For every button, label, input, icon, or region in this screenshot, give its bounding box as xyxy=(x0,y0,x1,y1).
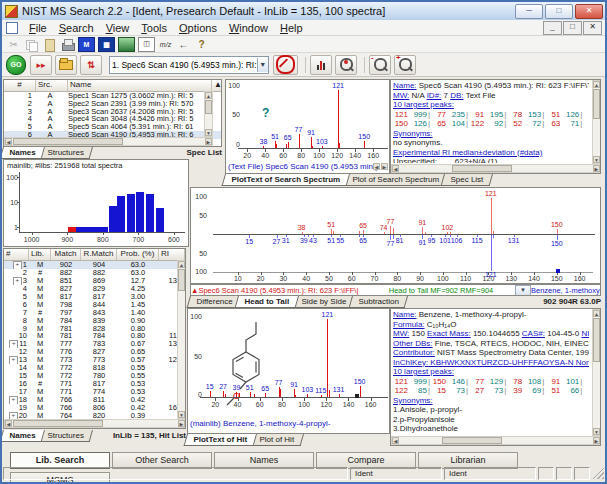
hit-list-vscrollbar[interactable]: ▲ ▼ xyxy=(177,260,186,419)
menu-view[interactable]: View xyxy=(100,21,136,35)
menu-options[interactable]: Options xyxy=(173,21,223,35)
spec-list-hscrollbar[interactable]: ◀ ▶ xyxy=(4,137,213,146)
spectrum-marker-button[interactable] xyxy=(335,55,357,75)
table-row[interactable]: 10M7817840.80117 xyxy=(4,332,185,340)
info-link[interactable]: Non-stereo xyxy=(573,358,589,367)
table-row[interactable]: +3M85186912.7132 xyxy=(4,277,185,285)
list-item[interactable]: 4ASpec4 Scan 3048 (4.5426 min.): RI: 5 xyxy=(4,115,221,123)
hit-list-hscrollbar[interactable]: ◀ ▶ xyxy=(4,419,186,428)
table-row[interactable]: +11M7777830.67137 xyxy=(4,340,185,348)
table-row[interactable]: 8M7848390.90- xyxy=(4,317,185,325)
copy-icon[interactable] xyxy=(24,38,39,51)
search-info-vscrollbar[interactable]: ▲ ▼ xyxy=(592,80,601,164)
combo-dropdown-icon[interactable]: ▼ xyxy=(257,58,268,72)
back-arrow-icon[interactable]: ← xyxy=(176,38,191,51)
info-link[interactable]: MW: xyxy=(393,329,409,338)
info-link[interactable]: Contributor: xyxy=(393,348,435,357)
hit-info-panel[interactable]: Name: Benzene, 1-methoxy-4-propyl-Formul… xyxy=(390,308,601,446)
spectrum-selector-combo[interactable]: 1. Spec6 Scan 4190 (5.4953 min.): RI: ▼ xyxy=(109,56,269,74)
open-folder-button[interactable] xyxy=(55,55,77,75)
spec-list-vscrollbar[interactable]: ▲ ▼ xyxy=(204,91,213,137)
compare-tab-subtraction[interactable]: Subtraction xyxy=(349,296,409,308)
peak-display-button[interactable] xyxy=(310,55,332,75)
table-row[interactable]: 16#7718170.53- xyxy=(4,380,185,388)
table-row[interactable]: 5M8178173.00- xyxy=(4,293,185,301)
maximize-button[interactable]: □ xyxy=(545,4,573,19)
minimize-button[interactable]: ─ xyxy=(515,4,543,19)
info-link[interactable]: Exact Mass: xyxy=(427,329,471,338)
table-row[interactable]: 4M8278294.25- xyxy=(4,285,185,293)
info-link[interactable]: Other DBs: xyxy=(393,339,433,348)
hit-view-tab-plottext-of-hit[interactable]: PlotText of Hit xyxy=(184,434,257,446)
info-link[interactable]: Synonyms: xyxy=(393,396,433,405)
menu-help[interactable]: Help xyxy=(274,21,309,35)
info-link[interactable]: ID#: xyxy=(427,91,442,100)
hit-info-hscrollbar[interactable]: ◀ ▶ xyxy=(391,436,601,445)
info-link[interactable]: MW: xyxy=(393,91,409,100)
zoom-in-button[interactable]: + xyxy=(394,55,416,75)
list-item[interactable]: 2ASpec2 Scan 2391 (3.99 min.): RI: 570 xyxy=(4,100,221,108)
paste-icon[interactable] xyxy=(42,38,57,51)
hit-list-header[interactable]: # Lib. Match R.Match Prob. (%) RI xyxy=(4,249,185,261)
spec-tab-names[interactable]: Names xyxy=(0,147,45,159)
list-item[interactable]: 1ASpec1 Scan 1275 (3.0602 min.): RI: 5 xyxy=(4,92,221,100)
compare-tab-head-to-tail[interactable]: Head to Tail xyxy=(235,296,299,308)
library-icon[interactable]: M xyxy=(78,37,95,52)
menu-window[interactable]: Window xyxy=(223,21,274,35)
caption-scroll-right[interactable]: ▶ xyxy=(381,163,388,170)
go-button[interactable]: GO xyxy=(6,55,26,75)
info-link[interactable]: Name: xyxy=(393,81,417,90)
close-button[interactable]: ✕ xyxy=(575,4,603,19)
table-row[interactable]: 17M7717740.53- xyxy=(4,388,185,396)
mdi-close-button[interactable]: ✕ xyxy=(583,21,602,35)
info-link[interactable]: 10 largest peaks: xyxy=(393,100,454,109)
info-link[interactable]: DB: xyxy=(450,91,463,100)
h2t-hit-dropdown-icon[interactable]: ▼ xyxy=(515,285,531,296)
expand-icon[interactable]: + xyxy=(13,261,22,269)
stop-search-button[interactable] xyxy=(273,55,298,75)
cut-icon[interactable]: ✂ xyxy=(6,38,21,51)
mdi-restore-button[interactable]: □ xyxy=(563,21,582,35)
list-item[interactable]: 3ASpec3 Scan 2637 (4.2008 min.): RI: 5 xyxy=(4,108,221,116)
search-view-tab-plottext-of-search-spectrum[interactable]: PlotText of Search Spectrum xyxy=(222,174,350,186)
head-to-tail-panel[interactable]: 1005050100102030405060708090100110120130… xyxy=(190,187,601,284)
window-layout-icon[interactable]: ◫ xyxy=(138,37,155,52)
mz-icon[interactable]: m/z xyxy=(158,38,173,51)
compare-tab-side-by-side[interactable]: Side by Side xyxy=(292,296,356,308)
hit-view-tab-plot-of-hit[interactable]: Plot of Hit xyxy=(249,434,303,446)
info-link[interactable]: Experimental RI median±deviation (#data) xyxy=(393,148,542,157)
table-row[interactable]: 15M7727800.55- xyxy=(4,372,185,380)
search-spectrum-panel[interactable]: ? (Text File) Spec6 Scan 4190 (5.4953 mi… xyxy=(225,79,390,174)
info-link[interactable]: KBHWKXNXTURZCD-UHFFFAOYSA-N xyxy=(428,358,573,367)
info-link[interactable]: 10 largest peaks: xyxy=(393,367,454,376)
table-row[interactable]: 6M7988441.45- xyxy=(4,301,185,309)
hitlist-tab-names[interactable]: Names xyxy=(0,430,45,442)
hit-info-vscrollbar[interactable]: ▲ ▼ xyxy=(592,309,601,436)
mdi-minimize-button[interactable]: _ xyxy=(543,21,562,35)
spec-list-header[interactable]: # Src. Name ▲ xyxy=(4,80,221,92)
menu-file[interactable]: File xyxy=(23,21,53,35)
expand-icon[interactable]: + xyxy=(9,340,18,348)
search-info-panel[interactable]: Name: Spec6 Scan 4190 (5.4953 min.): RI:… xyxy=(390,79,601,174)
table-row[interactable]: +1M90290463.0- xyxy=(4,261,185,269)
menu-search[interactable]: Search xyxy=(53,21,100,35)
swap-spectra-button[interactable]: ⇅ xyxy=(80,55,102,75)
structure-icon[interactable] xyxy=(118,37,135,52)
menu-tools[interactable]: Tools xyxy=(135,21,173,35)
table-row[interactable]: 7#7978431.40- xyxy=(4,309,185,317)
table-row[interactable]: +18M7668110.42- xyxy=(4,396,185,404)
hit-spectrum-panel[interactable]: O (mainlib) Benzene, 1-methoxy-4-propyl-… xyxy=(187,308,390,434)
table-row[interactable]: 9M7818280.80- xyxy=(4,325,185,333)
table-row[interactable]: 12M7768270.65- xyxy=(4,348,185,356)
table-row[interactable]: 19M7668060.42163 xyxy=(4,404,185,412)
help-key-icon[interactable]: ? xyxy=(194,38,209,51)
search-view-tab-spec-list[interactable]: Spec List xyxy=(441,174,493,186)
table-row[interactable]: 2#88288263.0- xyxy=(4,269,185,277)
info-link[interactable]: Name: xyxy=(393,310,417,319)
expand-icon[interactable]: + xyxy=(9,396,18,404)
list-item[interactable]: 5ASpec5 Scan 4064 (5.391 min.): RI: 61 xyxy=(4,123,221,131)
print-icon[interactable] xyxy=(60,38,75,51)
expand-icon[interactable]: + xyxy=(9,356,18,364)
caption-scroll-left[interactable]: ◀ xyxy=(373,163,380,170)
zoom-out-button[interactable]: - xyxy=(369,55,391,75)
